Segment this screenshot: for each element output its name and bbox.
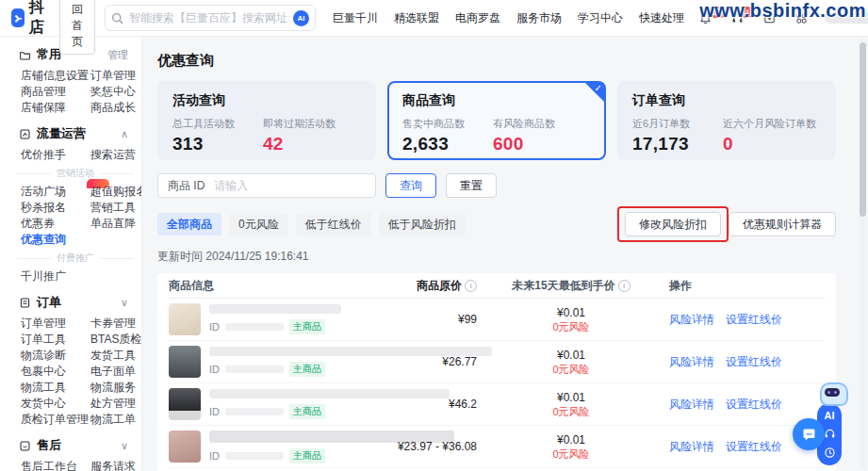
service-headset-icon[interactable]	[824, 428, 836, 440]
sidebar-item-search-operation[interactable]: 搜索运营	[90, 149, 142, 161]
sidebar-item-aftersale-workbench[interactable]: 售后工作台	[21, 461, 90, 471]
tab-below-redline[interactable]: 低于红线价	[296, 213, 371, 236]
menu-kuaisu-chuli[interactable]: 快速处理	[639, 10, 684, 26]
product-title-redacted	[209, 304, 341, 314]
product-id-input[interactable]	[212, 178, 366, 193]
traffic-icon	[19, 128, 31, 140]
sidebar-item-shop-guarantee[interactable]: 店铺保障	[21, 102, 90, 114]
menu-dianshang-luopan[interactable]: 电商罗盘	[455, 10, 500, 26]
sidebar-item-logistics-ticket[interactable]: 物流工单	[90, 414, 141, 426]
sidebar-item-shipping-center[interactable]: 发货中心	[21, 398, 90, 410]
sidebar-item-youjia-tuishou[interactable]: 优价推手	[21, 149, 90, 161]
page-title: 优惠查询	[157, 52, 836, 70]
collapse-icon-order[interactable]: ∨	[121, 297, 128, 309]
sidebar-item-coupon[interactable]: 优惠券	[21, 218, 90, 230]
sidebar-item-reward-center[interactable]: 奖惩中心	[90, 86, 141, 98]
stat-value: 17,173	[632, 134, 723, 154]
info-icon[interactable]: i	[618, 280, 631, 292]
tab-all-products[interactable]: 全部商品	[157, 213, 221, 236]
query-button[interactable]: 查询	[385, 173, 436, 198]
card-activity-query[interactable]: 活动查询 总工具活动数 313 即将过期活动数 42	[157, 81, 376, 160]
info-icon[interactable]: i	[465, 280, 477, 292]
menu-jingxuan-lianmeng[interactable]: 精选联盟	[394, 10, 439, 26]
lowest-price: ¥0.01	[486, 433, 656, 447]
global-search-input[interactable]: 智能搜索【巨量百应】搜索网址 AI	[105, 5, 316, 31]
menu-xuexi-zhongxin[interactable]: 学习中心	[578, 10, 623, 26]
original-price: ¥46.2	[354, 398, 486, 411]
main-content: 优惠查询 活动查询 总工具活动数 313 即将过期活动数 42	[142, 37, 868, 471]
product-thumbnail	[169, 388, 201, 420]
collapse-icon-aftersale[interactable]: ∨	[121, 440, 128, 452]
manage-link[interactable]: 管理	[107, 48, 128, 62]
set-redline-link[interactable]: 设置红线价	[726, 312, 782, 328]
reset-button[interactable]: 重置	[446, 173, 497, 198]
sidebar-item-card-manage[interactable]: 卡券管理	[90, 317, 141, 330]
sidebar-item-product-growth[interactable]: 商品成长	[90, 102, 141, 114]
scrollbar-thumb[interactable]	[860, 42, 866, 217]
sidebar-item-service-request[interactable]: 服务请求	[90, 461, 141, 471]
original-price: ¥99	[354, 313, 486, 326]
section-title-aftersale: 售后	[37, 437, 61, 454]
app-logo[interactable]: ᚛ 抖店	[11, 0, 50, 38]
set-redline-link[interactable]: 设置红线价	[726, 397, 782, 413]
sidebar-item-logistics-tools[interactable]: 物流工具	[21, 382, 90, 394]
discount-rule-calculator-button[interactable]: 优惠规则计算器	[729, 212, 836, 236]
sidebar-item-marketing-tools[interactable]: 营销工具	[90, 202, 142, 214]
sidebar-item-activity-square[interactable]: 活动广场	[21, 186, 90, 198]
back-home-button[interactable]: 返回首页	[59, 0, 95, 55]
card-order-query[interactable]: 订单查询 近6月订单数 17,173 近六个月风险订单数 0	[617, 81, 836, 160]
sidebar-section-aftersale: 售后 ∨ 售后工作台 服务请求	[0, 437, 141, 471]
modify-risk-discount-button[interactable]: 修改风险折扣	[625, 212, 721, 236]
sidebar-item-logistics-diagnosis[interactable]: 物流诊断	[21, 349, 90, 362]
section-title-traffic: 流量运营	[37, 125, 86, 142]
sidebar-item-package-center[interactable]: 包裹中心	[21, 365, 90, 378]
ai-search-icon[interactable]: AI	[293, 10, 309, 26]
product-id-field[interactable]: 商品 ID	[157, 173, 376, 198]
risk-detail-link[interactable]: 风险详情	[669, 312, 714, 328]
collapse-icon-traffic[interactable]: ∧	[121, 128, 128, 140]
stat-label: 有风险商品数	[493, 117, 583, 131]
sidebar-item-single-discount[interactable]: 单品直降	[90, 218, 142, 230]
header-actions: 操作	[669, 278, 692, 294]
tab-below-risk-discount[interactable]: 低于风险折扣	[379, 213, 466, 236]
id-label: ID	[209, 321, 220, 333]
risk-detail-link[interactable]: 风险详情	[669, 354, 714, 370]
sidebar-item-discount-query[interactable]: 优惠查询	[21, 234, 90, 246]
sidebar-item-prescription[interactable]: 处方管理	[90, 398, 141, 410]
sidebar-section-traffic: 流量运营 ∧ 优价推手 搜索运营 营销活动 活动广场 超值购报名 秒杀报名 营销…	[0, 125, 141, 283]
tab-zero-risk[interactable]: 0元风险	[229, 213, 288, 236]
sidebar-item-qc-order-manage[interactable]: 质检订单管理	[21, 414, 90, 426]
sidebar-item-product-manage[interactable]: 商品管理	[21, 86, 90, 98]
chat-bubble-button[interactable]	[793, 418, 825, 450]
ai-robot-icon[interactable]	[820, 382, 848, 406]
history-clock-icon[interactable]	[824, 447, 836, 459]
sidebar-item-order-manage[interactable]: 订单管理	[90, 70, 141, 82]
sidebar-item-btas[interactable]: BTAS质检	[90, 333, 141, 346]
set-redline-link[interactable]: 设置红线价	[726, 354, 782, 370]
ai-assistant-button[interactable]: AI	[825, 410, 835, 421]
sidebar-item-miaosha[interactable]: 秒杀报名	[21, 202, 90, 214]
sidebar-item-qianchuan-promo[interactable]: 千川推广	[21, 270, 90, 283]
sidebar-item-ewaybill[interactable]: 电子面单	[90, 365, 141, 378]
sidebar-item-shop-info[interactable]: 店铺信息设置	[21, 70, 90, 82]
product-id-label: 商品 ID	[168, 178, 205, 194]
set-redline-link[interactable]: 设置红线价	[726, 439, 782, 455]
app-logo-text: 抖店	[29, 0, 50, 38]
id-label: ID	[209, 406, 220, 417]
stat-label: 即将过期活动数	[263, 117, 353, 131]
menu-juliang-qianchuan[interactable]: 巨量千川	[333, 10, 378, 26]
card-product-query[interactable]: ✓ 商品查询 售卖中商品数 2,633 有风险商品数 600	[387, 81, 606, 160]
menu-fuwu-shichang[interactable]: 服务市场	[516, 10, 562, 26]
check-icon: ✓	[595, 83, 602, 93]
scrollbar-track[interactable]	[860, 38, 866, 469]
stat-value: 2,633	[402, 134, 493, 154]
risk-detail-link[interactable]: 风险详情	[669, 397, 714, 413]
risk-flag: 0元风险	[486, 447, 656, 461]
sidebar-item-order-tools[interactable]: 订单工具	[21, 333, 90, 346]
card-title: 活动查询	[172, 92, 361, 109]
sidebar-item-logistics-service[interactable]: 物流服务	[90, 382, 141, 394]
sidebar-item-order-manage2[interactable]: 订单管理	[21, 317, 90, 330]
sidebar-item-shipping-tools[interactable]: 发货工具	[90, 349, 141, 362]
risk-detail-link[interactable]: 风险详情	[669, 439, 714, 455]
sidebar-item-chaozhigou[interactable]: 超值购报名	[90, 186, 142, 198]
